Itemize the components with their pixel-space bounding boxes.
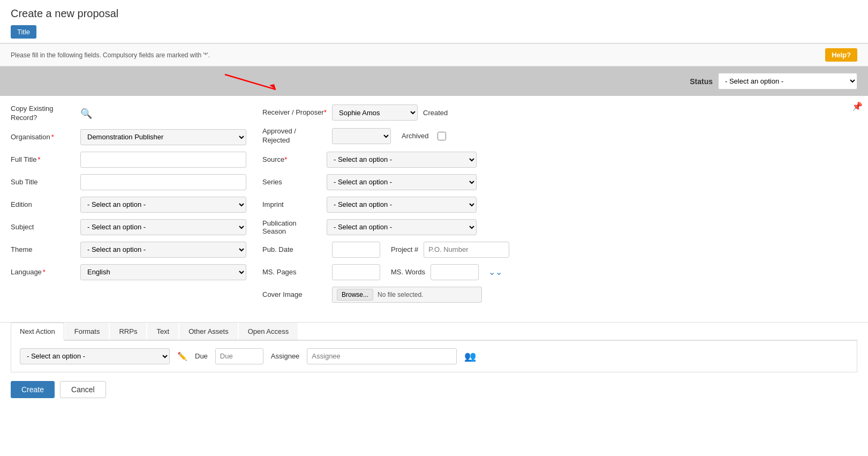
archived-checkbox[interactable]: [437, 132, 446, 140]
ms-pages-row: MS. Pages MS. Words ⌄⌄: [262, 264, 857, 280]
tab-rrps[interactable]: RRPs: [110, 323, 146, 340]
full-title-input[interactable]: [80, 152, 246, 168]
info-bar: Please fill in the following fields. Com…: [0, 43, 868, 66]
left-column: Copy ExistingRecord? 🔍 Organisation* Dem…: [11, 104, 246, 309]
series-row: Series - Select an option -: [262, 174, 857, 190]
next-action-edit-icon[interactable]: ✏️: [177, 352, 187, 361]
tab-other-assets[interactable]: Other Assets: [179, 323, 237, 340]
series-label: Series: [262, 178, 327, 186]
receiver-required: *: [324, 108, 327, 116]
tab-text[interactable]: Text: [147, 323, 178, 340]
browse-button[interactable]: Browse...: [337, 289, 373, 301]
edition-select[interactable]: - Select an option -: [80, 197, 246, 213]
next-action-row: - Select an option - ✏️ Due Assignee 👥: [20, 348, 848, 364]
next-action-select[interactable]: - Select an option -: [20, 348, 170, 364]
cover-image-row: Cover Image Browse... No file selected.: [262, 287, 857, 303]
tabs-section: Next Action Formats RRPs Text Other Asse…: [0, 322, 868, 372]
archived-label: Archived: [402, 132, 429, 140]
pub-season-row: PublicationSeason - Select an option -: [262, 219, 857, 235]
cover-file-area: Browse... No file selected.: [332, 287, 482, 303]
status-select[interactable]: - Select an option -: [718, 73, 857, 89]
tab-content-next-action: - Select an option - ✏️ Due Assignee 👥: [11, 341, 857, 372]
cancel-button[interactable]: Cancel: [60, 381, 106, 398]
subject-select[interactable]: - Select an option -: [80, 219, 246, 235]
main-content: Copy ExistingRecord? 🔍 Organisation* Dem…: [0, 96, 868, 318]
approved-row: Approved /Rejected Archived: [262, 127, 857, 145]
imprint-select[interactable]: - Select an option -: [327, 197, 477, 213]
project-label: Project #: [391, 245, 418, 253]
approved-label: Approved /Rejected: [262, 127, 327, 145]
org-required: *: [51, 133, 54, 141]
receiver-select[interactable]: Sophie Amos: [332, 104, 418, 121]
tabs-list: Next Action Formats RRPs Text Other Asse…: [11, 323, 857, 341]
language-label: Language*: [11, 268, 80, 276]
info-text: Please fill in the following fields. Com…: [11, 51, 210, 59]
language-row: Language* English: [11, 264, 246, 280]
imprint-row: Imprint - Select an option -: [262, 197, 857, 213]
edition-label: Edition: [11, 200, 80, 208]
language-select[interactable]: English: [80, 264, 246, 280]
full-title-required: *: [37, 155, 40, 163]
theme-label: Theme: [11, 245, 80, 253]
subject-row: Subject - Select an option -: [11, 219, 246, 235]
pub-season-label: PublicationSeason: [262, 219, 327, 235]
pin-icon[interactable]: 📌: [852, 101, 863, 111]
edition-row: Edition - Select an option -: [11, 197, 246, 213]
pub-date-input[interactable]: [332, 242, 380, 258]
pub-date-row: Pub. Date Project #: [262, 242, 857, 258]
organisation-label: Organisation*: [11, 133, 80, 141]
status-bar: Status - Select an option -: [0, 66, 868, 96]
source-required: *: [284, 155, 287, 163]
page-header: Create a new proposal Title: [0, 0, 868, 43]
theme-row: Theme - Select an option -: [11, 242, 246, 258]
created-label: Created: [423, 109, 448, 117]
ms-words-input[interactable]: [431, 264, 479, 280]
receiver-row: Receiver / Proposer* Sophie Amos Created: [262, 104, 857, 121]
arrow-annotation: [214, 69, 289, 98]
pub-season-select[interactable]: - Select an option -: [327, 219, 477, 235]
title-button[interactable]: Title: [11, 25, 36, 39]
users-icon-button[interactable]: 👥: [464, 350, 476, 362]
approved-select[interactable]: [332, 128, 391, 144]
subtitle-input[interactable]: [80, 174, 246, 190]
copy-existing-row: Copy ExistingRecord? 🔍: [11, 104, 246, 123]
source-row: Source* - Select an option -: [262, 152, 857, 168]
ms-pages-input[interactable]: [332, 264, 380, 280]
organisation-row: Organisation* Demonstration Publisher: [11, 129, 246, 145]
theme-select[interactable]: - Select an option -: [80, 242, 246, 258]
source-label: Source*: [262, 155, 327, 163]
right-column: Receiver / Proposer* Sophie Amos Created…: [262, 104, 857, 309]
assignee-label: Assignee: [271, 352, 299, 360]
subtitle-row: Sub Title: [11, 174, 246, 190]
receiver-label: Receiver / Proposer*: [262, 108, 327, 117]
status-label: Status: [690, 77, 713, 86]
due-label: Due: [195, 352, 208, 360]
project-input[interactable]: [424, 242, 509, 258]
imprint-label: Imprint: [262, 200, 327, 208]
full-title-row: Full Title*: [11, 152, 246, 168]
series-select[interactable]: - Select an option -: [327, 174, 477, 190]
no-file-text: No file selected.: [378, 291, 423, 298]
tab-next-action[interactable]: Next Action: [11, 323, 64, 341]
full-title-label: Full Title*: [11, 155, 80, 163]
cover-image-label: Cover Image: [262, 290, 327, 298]
help-button[interactable]: Help?: [825, 48, 857, 62]
create-button[interactable]: Create: [11, 381, 55, 398]
due-input[interactable]: [215, 348, 263, 364]
copy-search-icon[interactable]: 🔍: [80, 108, 92, 119]
ms-pages-label: MS. Pages: [262, 268, 327, 276]
tab-open-access[interactable]: Open Access: [239, 323, 298, 340]
assignee-input[interactable]: [307, 348, 457, 364]
subject-label: Subject: [11, 223, 80, 231]
source-select[interactable]: - Select an option -: [327, 152, 477, 168]
subtitle-label: Sub Title: [11, 178, 80, 186]
bottom-actions: Create Cancel: [0, 372, 868, 407]
copy-existing-label: Copy ExistingRecord?: [11, 104, 80, 123]
page-title: Create a new proposal: [11, 8, 857, 20]
pub-date-label: Pub. Date: [262, 245, 327, 253]
language-required: *: [43, 268, 46, 276]
tab-formats[interactable]: Formats: [65, 323, 109, 340]
organisation-select[interactable]: Demonstration Publisher: [80, 129, 246, 145]
expand-button[interactable]: ⌄⌄: [488, 267, 502, 277]
svg-line-0: [225, 74, 276, 89]
